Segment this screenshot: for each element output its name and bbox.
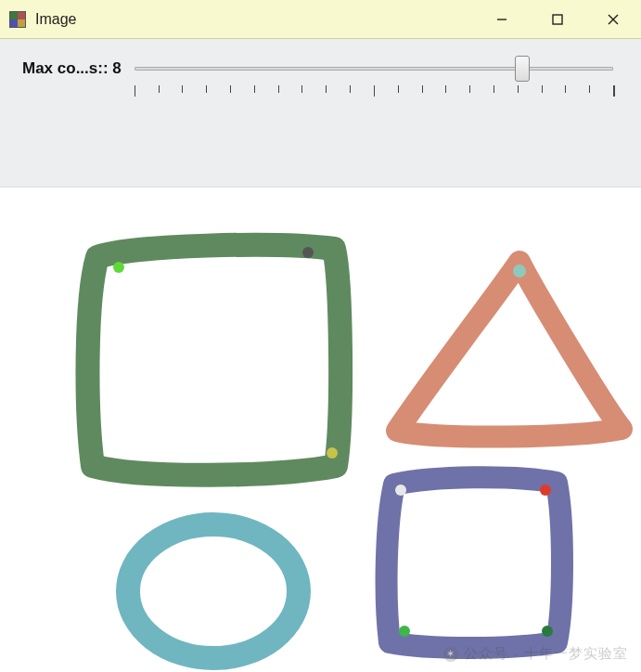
- svg-point-4: [113, 262, 124, 273]
- shape-blue-square: [387, 477, 562, 648]
- slider-thumb[interactable]: [515, 56, 530, 82]
- slider-track: [135, 67, 613, 71]
- slider-ticks: [135, 85, 613, 98]
- image-canvas: ✶ 公众号 · 十年一梦实验室: [0, 187, 641, 672]
- watermark-text: 十年一梦实验室: [524, 645, 628, 663]
- shape-orange-triangle: [397, 262, 622, 437]
- maximize-button[interactable]: [530, 0, 585, 38]
- svg-point-7: [513, 265, 526, 278]
- svg-point-5: [302, 247, 314, 258]
- svg-point-6: [327, 447, 338, 459]
- trackbar-row: Max co...s:: 8: [22, 56, 619, 82]
- shapes-svg: [0, 187, 641, 672]
- trackbar-label: Max co...s:: 8: [22, 59, 122, 78]
- svg-point-10: [399, 626, 410, 637]
- trackbar-value: 8: [112, 59, 121, 77]
- close-button[interactable]: [585, 0, 641, 38]
- shape-teal-circle: [128, 524, 299, 658]
- shape-green-square: [88, 245, 341, 475]
- minimize-button[interactable]: [474, 0, 530, 38]
- svg-rect-1: [553, 15, 562, 24]
- window-controls: [474, 0, 641, 38]
- toolbar: Max co...s:: 8: [0, 39, 641, 187]
- watermark-label: 公众号: [464, 645, 508, 663]
- wechat-icon: ✶: [443, 647, 458, 662]
- window-titlebar: Image: [0, 0, 641, 39]
- svg-point-8: [395, 485, 406, 496]
- watermark: ✶ 公众号 · 十年一梦实验室: [443, 645, 628, 663]
- svg-point-12: [128, 524, 299, 658]
- app-icon: [9, 11, 26, 28]
- window-title: Image: [35, 11, 76, 28]
- svg-point-9: [540, 485, 551, 496]
- max-corners-slider[interactable]: [135, 58, 619, 82]
- svg-point-11: [542, 626, 553, 637]
